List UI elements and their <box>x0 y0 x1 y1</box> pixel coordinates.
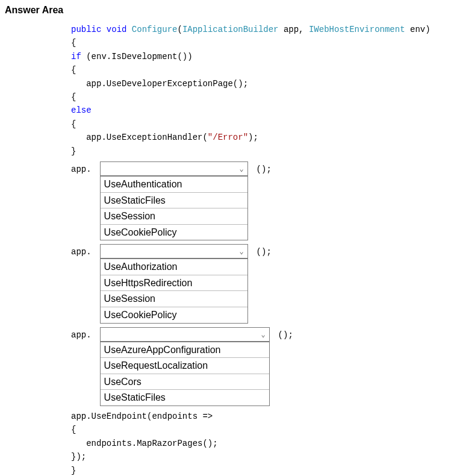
dropdown-row-1: app. ⌄ UseAuthentication UseStaticFiles … <box>71 161 446 240</box>
dropdown-2[interactable]: ⌄ <box>100 244 248 258</box>
brace-open: { <box>71 38 76 48</box>
brace-close: } <box>71 146 76 156</box>
dropdown-2-options: UseAuthorization UseHttpsRedirection Use… <box>100 258 248 323</box>
page-title: Answer Area <box>5 5 446 16</box>
use-endpoint-line: app.UseEndpoint(endpoints => <box>71 412 213 421</box>
brace: { <box>71 425 76 434</box>
brace-close: } <box>71 466 76 475</box>
param-env: env) <box>405 25 431 34</box>
code-block-top: public void Configure(IApplicationBuilde… <box>71 23 446 158</box>
dropdown-3-option[interactable]: UseStaticFiles <box>101 389 269 406</box>
dropdown-2-option[interactable]: UseSession <box>101 290 247 307</box>
dropdown-3-options: UseAzureAppConfiguration UseRequestLocal… <box>100 342 270 406</box>
dropdown-1[interactable]: ⌄ <box>100 161 248 176</box>
call-suffix: (); <box>278 327 293 343</box>
app-prefix: app. <box>71 161 92 177</box>
dev-exception-line: app.UseDeveloperExceptionPage(); <box>71 79 248 89</box>
app-prefix: app. <box>71 327 92 343</box>
brace: { <box>71 92 76 102</box>
dropdown-1-option[interactable]: UseStaticFiles <box>101 192 247 208</box>
dropdown-row-2: app. ⌄ UseAuthorization UseHttpsRedirect… <box>71 244 446 323</box>
dropdown-2-option[interactable]: UseCookiePolicy <box>101 307 247 323</box>
call-suffix: (); <box>257 244 272 260</box>
brace: { <box>71 119 76 129</box>
app-prefix: app. <box>71 244 92 260</box>
string-error: "/Error" <box>208 133 248 142</box>
dropdown-2-option[interactable]: UseAuthorization <box>101 258 247 275</box>
dropdown-3[interactable]: ⌄ <box>100 327 270 342</box>
type-iwebhostenvironment: IWebHostEnvironment <box>309 25 405 34</box>
call-suffix: (); <box>257 161 272 177</box>
if-cond: (env.IsDevelopment()) <box>81 52 193 61</box>
dropdown-2-option[interactable]: UseHttpsRedirection <box>101 275 247 291</box>
type-iapplicationbuilder: IApplicationBuilder <box>182 25 279 34</box>
method-name: Configure <box>132 25 178 34</box>
exception-handler-a: app.UseExceptionHandler( <box>71 133 208 142</box>
keyword-public: public <box>71 25 101 34</box>
chevron-down-icon: ⌄ <box>239 247 243 256</box>
exception-handler-b: ); <box>248 133 258 142</box>
keyword-else: else <box>71 105 92 115</box>
keyword-void: void <box>107 25 127 34</box>
dropdown-row-3: app. ⌄ UseAzureAppConfiguration UseReque… <box>71 327 446 406</box>
dropdown-3-option[interactable]: UseRequestLocalization <box>101 357 269 374</box>
keyword-if: if <box>71 52 81 61</box>
dropdown-1-options: UseAuthentication UseStaticFiles UseSess… <box>100 176 248 240</box>
map-razor-line: endpoints.MapRazorPages(); <box>71 439 218 448</box>
paren-open: ( <box>177 25 182 34</box>
chevron-down-icon: ⌄ <box>239 164 243 174</box>
end-paren: }); <box>71 452 86 462</box>
dropdown-1-option[interactable]: UseAuthentication <box>101 176 247 192</box>
dropdown-1-option[interactable]: UseSession <box>101 208 247 224</box>
dropdown-3-option[interactable]: UseAzureAppConfiguration <box>101 342 269 358</box>
param-app: app, <box>279 25 309 34</box>
brace: { <box>71 65 76 75</box>
dropdown-1-option[interactable]: UseCookiePolicy <box>101 224 247 240</box>
dropdown-3-option[interactable]: UseCors <box>101 374 269 390</box>
chevron-down-icon: ⌄ <box>261 330 265 339</box>
code-block-bottom: app.UseEndpoint(endpoints => { endpoints… <box>71 410 446 476</box>
